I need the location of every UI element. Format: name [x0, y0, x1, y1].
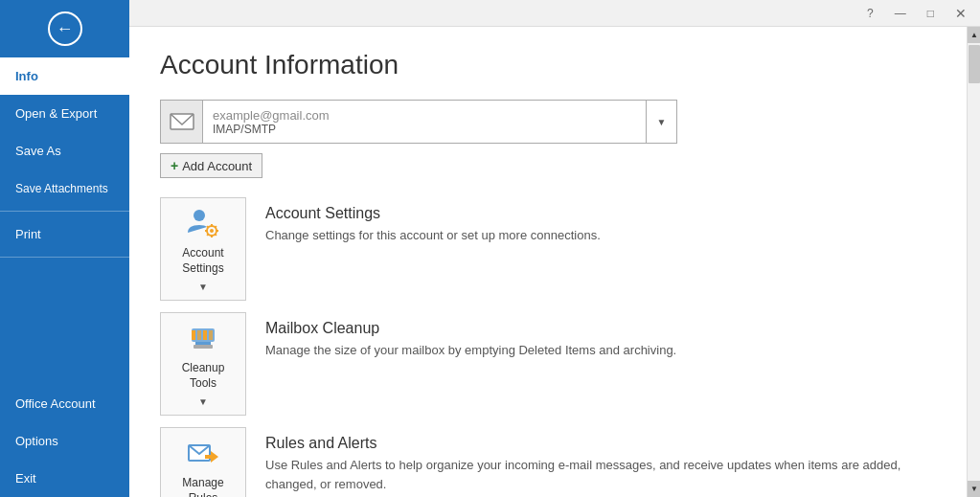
account-settings-dropdown-arrow: ▼: [198, 282, 208, 292]
maximize-button[interactable]: □: [922, 5, 940, 22]
close-button[interactable]: ✕: [949, 4, 972, 23]
sidebar-item-save-attachments[interactable]: Save Attachments: [0, 169, 129, 207]
cleanup-tools-description: Mailbox Cleanup Manage the size of your …: [246, 312, 936, 368]
back-button[interactable]: ←: [0, 0, 129, 57]
svg-rect-14: [192, 330, 195, 340]
sidebar-item-save-attachments-label: Save Attachments: [15, 182, 108, 195]
sidebar-item-open-export[interactable]: Open & Export: [0, 95, 129, 132]
rules-alerts-label: Manage Rules& Alerts: [167, 476, 239, 497]
sidebar-item-print-label: Print: [15, 227, 41, 241]
account-info: example@gmail.com IMAP/SMTP: [203, 104, 646, 140]
account-email: example@gmail.com: [213, 108, 636, 123]
svg-rect-17: [209, 330, 213, 340]
page-title: Account Information: [160, 50, 936, 80]
cleanup-tools-title: Mailbox Cleanup: [265, 320, 917, 337]
sidebar-item-exit-label: Exit: [15, 471, 36, 486]
account-selector[interactable]: example@gmail.com IMAP/SMTP ▼: [160, 100, 677, 144]
content-area: Account Information example@gmail.com IM…: [129, 27, 980, 497]
scroll-up-button[interactable]: ▲: [968, 27, 980, 43]
rules-alerts-button[interactable]: Manage Rules& Alerts: [160, 427, 246, 497]
account-settings-label: AccountSettings: [182, 246, 223, 276]
svg-line-11: [207, 235, 208, 236]
account-settings-icon: [186, 206, 220, 240]
rules-alerts-description: Rules and Alerts Use Rules and Alerts to…: [246, 427, 936, 497]
help-button[interactable]: ?: [861, 5, 879, 22]
account-settings-section: AccountSettings ▼ Account Settings Chang…: [160, 197, 936, 301]
svg-line-8: [207, 226, 208, 227]
account-settings-button[interactable]: AccountSettings ▼: [160, 197, 246, 301]
cleanup-tools-dropdown-arrow: ▼: [198, 396, 208, 407]
sidebar: ← Info Open & Export Save As Save Attach…: [0, 0, 129, 497]
sidebar-item-save-as-label: Save As: [15, 144, 61, 158]
account-settings-description: Account Settings Change settings for thi…: [246, 197, 936, 253]
minimize-button[interactable]: —: [889, 5, 912, 22]
scrollbar[interactable]: ▲ ▼: [967, 27, 980, 497]
scroll-thumb[interactable]: [969, 45, 980, 83]
add-account-label: Add Account: [182, 159, 252, 173]
rules-alerts-desc-text: Use Rules and Alerts to help organize yo…: [265, 456, 917, 493]
cleanup-tools-label: CleanupTools: [182, 361, 225, 391]
svg-rect-18: [194, 345, 213, 349]
back-arrow-icon: ←: [57, 19, 74, 39]
content-scroll: Account Information example@gmail.com IM…: [129, 27, 967, 497]
svg-line-10: [216, 226, 217, 227]
svg-line-9: [216, 235, 217, 236]
account-type: IMAP/SMTP: [213, 123, 636, 136]
account-settings-desc-text: Change settings for this account or set …: [265, 226, 917, 245]
account-icon: [169, 108, 195, 135]
sidebar-item-info-label: Info: [15, 69, 38, 83]
svg-point-1: [194, 210, 205, 221]
scroll-track[interactable]: [968, 43, 980, 481]
sidebar-item-office-account[interactable]: Office Account: [0, 385, 129, 422]
account-icon-box: [161, 101, 203, 143]
main-content: ? — □ ✕ Account Information example@gmai…: [129, 0, 980, 497]
sidebar-item-office-account-label: Office Account: [15, 396, 96, 411]
plus-icon: +: [171, 158, 178, 173]
cleanup-tools-icon: [186, 321, 220, 355]
sidebar-item-info[interactable]: Info: [0, 57, 129, 95]
sidebar-item-open-export-label: Open & Export: [15, 106, 97, 121]
add-account-button[interactable]: + Add Account: [160, 153, 262, 178]
rules-alerts-icon: [186, 436, 220, 470]
scroll-down-button[interactable]: ▼: [968, 481, 980, 497]
rules-alerts-section: Manage Rules& Alerts Rules and Alerts Us…: [160, 427, 936, 497]
svg-rect-15: [197, 330, 201, 340]
account-dropdown-button[interactable]: ▼: [646, 101, 676, 143]
back-circle-icon: ←: [48, 11, 82, 46]
cleanup-tools-button[interactable]: CleanupTools ▼: [160, 312, 246, 416]
account-settings-title: Account Settings: [265, 205, 917, 222]
svg-rect-16: [203, 330, 207, 340]
sidebar-item-options-label: Options: [15, 434, 58, 448]
sidebar-item-options[interactable]: Options: [0, 422, 129, 460]
cleanup-tools-desc-text: Manage the size of your mailbox by empty…: [265, 341, 917, 360]
sidebar-item-print[interactable]: Print: [0, 215, 129, 253]
rules-alerts-title: Rules and Alerts: [265, 435, 917, 452]
sidebar-item-exit[interactable]: Exit: [0, 460, 129, 497]
svg-point-3: [210, 229, 214, 233]
svg-rect-13: [195, 342, 211, 345]
cleanup-tools-section: CleanupTools ▼ Mailbox Cleanup Manage th…: [160, 312, 936, 416]
sidebar-item-save-as[interactable]: Save As: [0, 132, 129, 169]
title-bar: ? — □ ✕: [129, 0, 980, 27]
